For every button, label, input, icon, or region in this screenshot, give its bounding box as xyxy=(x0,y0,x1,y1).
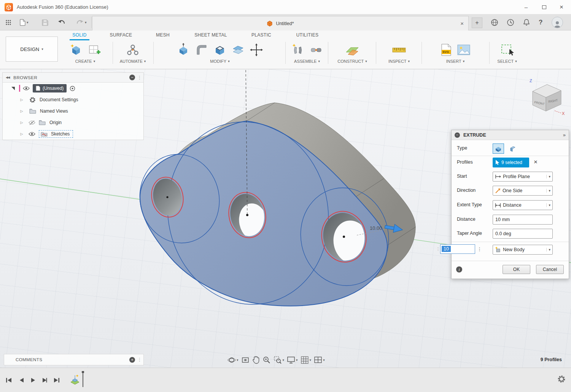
dialog-options-icon[interactable]: − xyxy=(455,132,460,138)
start-dropdown[interactable]: Profile Plane ▾ xyxy=(493,172,553,182)
expander-icon[interactable]: ▷ xyxy=(19,132,24,136)
comments-bar[interactable]: COMMENTS + ⋮ xyxy=(4,354,144,365)
timeline-settings-gear-icon[interactable] xyxy=(557,375,566,383)
extrude-type-solid-button[interactable] xyxy=(493,143,504,154)
create-group-label[interactable]: CREATE xyxy=(75,59,92,64)
fillet-icon[interactable] xyxy=(195,43,208,57)
construct-plane-icon[interactable] xyxy=(345,43,359,57)
timeline-step-back-button[interactable] xyxy=(17,376,25,384)
dimension-value-box[interactable]: 10 xyxy=(440,244,475,254)
sketches-selection-box[interactable]: Sketches xyxy=(39,130,73,138)
move-icon[interactable] xyxy=(250,43,263,57)
panel-grip-icon[interactable]: ⋮ xyxy=(137,75,142,80)
tab-utilities[interactable]: UTILITIES xyxy=(292,30,323,40)
document-tab[interactable]: Untitled* × xyxy=(92,16,469,30)
extrude-distance-dimension[interactable]: 10.00 xyxy=(370,225,382,231)
timeline-marker-handle[interactable] xyxy=(82,371,84,373)
browser-row-origin[interactable]: ▷ Origin xyxy=(3,117,143,128)
help-icon[interactable]: ? xyxy=(537,17,544,28)
tab-mesh[interactable]: MESH xyxy=(153,30,173,40)
eye-visible-icon[interactable] xyxy=(29,132,35,136)
user-avatar[interactable] xyxy=(552,17,563,28)
timeline-step-forward-button[interactable] xyxy=(40,376,49,384)
expander-icon[interactable]: ▷ xyxy=(19,109,24,113)
ok-button[interactable]: OK xyxy=(503,265,530,274)
info-icon[interactable]: i xyxy=(456,266,462,272)
browser-row-sketches[interactable]: ▷ Sketches xyxy=(3,128,143,140)
extrude-dialog-header[interactable]: − EXTRUDE » xyxy=(452,130,569,140)
tab-plastic[interactable]: PLASTIC xyxy=(248,30,275,40)
display-settings-icon[interactable]: ▾ xyxy=(287,356,298,364)
row-label[interactable]: Named Views xyxy=(40,108,68,114)
expander-icon[interactable]: ▷ xyxy=(19,98,24,102)
save-button[interactable] xyxy=(40,17,50,28)
measure-icon[interactable] xyxy=(391,43,407,57)
add-comment-icon[interactable]: + xyxy=(129,357,135,363)
expander-icon[interactable]: ▷ xyxy=(19,121,24,124)
window-maximize-button[interactable] xyxy=(535,0,553,14)
collapse-browser-icon[interactable]: ◀◀ xyxy=(6,76,10,79)
insert-canvas-icon[interactable] xyxy=(457,44,471,56)
browser-root-row[interactable]: (Unsaved) xyxy=(3,83,143,94)
look-at-icon[interactable] xyxy=(241,356,250,364)
grid-display-icon[interactable]: ▾ xyxy=(301,356,312,364)
eye-visible-icon[interactable] xyxy=(23,86,30,91)
tab-sheet-metal[interactable]: SHEET METAL xyxy=(190,30,231,40)
pan-icon[interactable] xyxy=(252,356,260,364)
clock-icon[interactable] xyxy=(505,17,516,28)
automate-group-label[interactable]: AUTOMATE xyxy=(120,59,143,64)
browser-row-document-settings[interactable]: ▷ Document Settings xyxy=(3,94,143,105)
press-pull-icon[interactable] xyxy=(177,43,190,57)
hole-right-center-point[interactable] xyxy=(343,236,345,238)
viewports-icon[interactable]: ▾ xyxy=(314,356,325,364)
new-tab-button[interactable]: + xyxy=(472,18,482,28)
timeline-go-to-end-button[interactable] xyxy=(52,376,61,384)
dimension-menu-dots-icon[interactable]: ⋮ xyxy=(477,246,482,252)
floating-dimension-input[interactable]: ⋮ 10 ⋮ xyxy=(436,244,482,254)
insert-svg-icon[interactable]: SVG xyxy=(440,43,452,57)
tab-solid[interactable]: SOLID xyxy=(70,30,89,40)
assemble-group-label[interactable]: ASSEMBLE xyxy=(294,59,317,64)
select-icon[interactable] xyxy=(500,43,514,57)
tab-surface[interactable]: SURFACE xyxy=(106,30,136,40)
close-tab-icon[interactable]: × xyxy=(460,20,464,27)
new-component-icon[interactable] xyxy=(291,43,305,57)
undo-button[interactable] xyxy=(56,17,67,28)
window-minimize-button[interactable]: – xyxy=(517,0,535,14)
redo-button[interactable]: ▾ xyxy=(75,17,88,28)
zoom-window-icon[interactable]: ▾ xyxy=(274,356,285,364)
joint-icon[interactable] xyxy=(309,43,323,57)
insert-group-label[interactable]: INSERT xyxy=(446,59,461,64)
cancel-button[interactable]: Cancel xyxy=(536,265,564,274)
eye-hidden-icon[interactable] xyxy=(29,120,35,125)
browser-row-named-views[interactable]: ▷ Named Views xyxy=(3,105,143,117)
distance-input[interactable] xyxy=(493,215,553,225)
row-label[interactable]: Sketches xyxy=(51,131,70,137)
root-document-chip[interactable]: (Unsaved) xyxy=(33,84,67,92)
viewport-3d[interactable]: 10.00 Z FRONT RIGHT X ◀◀ BROWSER − ⋮ xyxy=(0,69,571,368)
row-label[interactable]: Document Settings xyxy=(40,97,78,102)
profiles-selected-button[interactable]: 9 selected xyxy=(493,158,529,167)
taper-angle-input[interactable] xyxy=(493,229,553,239)
extent-type-dropdown[interactable]: Distance ▾ xyxy=(493,200,553,210)
bell-icon[interactable] xyxy=(521,17,532,28)
construct-group-label[interactable]: CONSTRUCT xyxy=(337,59,364,64)
document-expand-icon[interactable] xyxy=(11,86,15,91)
ground-target-icon[interactable] xyxy=(70,86,75,91)
panel-grip-icon[interactable]: ⋮ xyxy=(137,357,142,362)
display-settings-filter-icon[interactable]: − xyxy=(129,75,135,80)
select-group-label[interactable]: SELECT xyxy=(497,59,514,64)
globe-icon[interactable] xyxy=(489,17,500,28)
view-cube[interactable]: Z FRONT RIGHT X xyxy=(525,75,569,118)
offset-face-icon[interactable] xyxy=(231,43,245,57)
drag-grip-icon[interactable]: ⋮ xyxy=(436,247,439,252)
direction-dropdown[interactable]: One Side ▾ xyxy=(493,186,553,196)
timeline-position-marker[interactable] xyxy=(83,373,83,387)
zoom-icon[interactable] xyxy=(262,356,271,364)
window-close-button[interactable]: × xyxy=(553,0,570,14)
design-workspace-button[interactable]: DESIGN ▾ xyxy=(6,37,58,62)
inspect-group-label[interactable]: INSPECT xyxy=(388,59,407,64)
collapse-dialog-icon[interactable]: » xyxy=(563,132,566,138)
orbit-icon[interactable]: ▾ xyxy=(227,356,239,364)
operation-dropdown[interactable]: New Body ▾ xyxy=(493,245,553,255)
